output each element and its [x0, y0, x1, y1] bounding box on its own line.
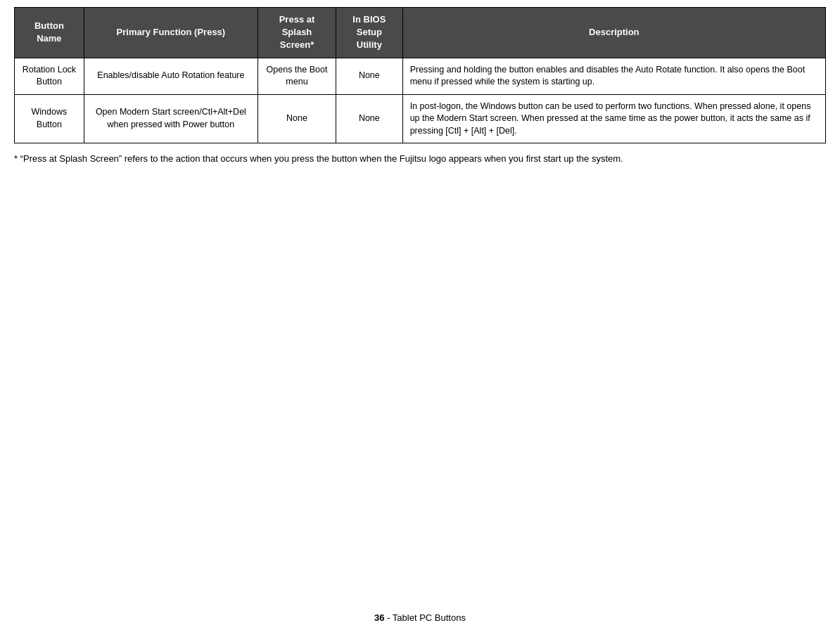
button-reference-table: Button Name Primary Function (Press) Pre…: [14, 7, 826, 143]
footnote-text: * “Press at Splash Screen” refers to the…: [14, 152, 826, 166]
row1-bios-utility: None: [336, 58, 403, 94]
page-footer: 36 - Tablet PC Buttons: [0, 612, 840, 623]
col-header-description: Description: [402, 8, 825, 58]
row2-description: In post-logon, the Windows button can be…: [402, 94, 825, 143]
page-number: 36: [374, 612, 384, 623]
row1-description: Pressing and holding the button enables …: [402, 58, 825, 94]
row2-splash-screen: None: [257, 94, 336, 143]
row1-button-name: Rotation Lock Button: [15, 58, 84, 94]
row2-button-name: Windows Button: [15, 94, 84, 143]
col-header-splash-screen: Press at Splash Screen*: [257, 8, 336, 58]
row1-splash-screen: Opens the Boot menu: [257, 58, 336, 94]
col-header-button-name: Button Name: [15, 8, 84, 58]
table-row: Rotation Lock Button Enables/disable Aut…: [15, 58, 826, 94]
col-header-bios-utility: In BIOS Setup Utility: [336, 8, 403, 58]
table-row: Windows Button Open Modern Start screen/…: [15, 94, 826, 143]
row1-primary-function: Enables/disable Auto Rotation feature: [84, 58, 257, 94]
footer-separator: -: [385, 612, 393, 623]
footer-label: Tablet PC Buttons: [393, 612, 466, 623]
col-header-primary-function: Primary Function (Press): [84, 8, 257, 58]
row2-bios-utility: None: [336, 94, 403, 143]
row2-primary-function: Open Modern Start screen/Ctl+Alt+Del whe…: [84, 94, 257, 143]
